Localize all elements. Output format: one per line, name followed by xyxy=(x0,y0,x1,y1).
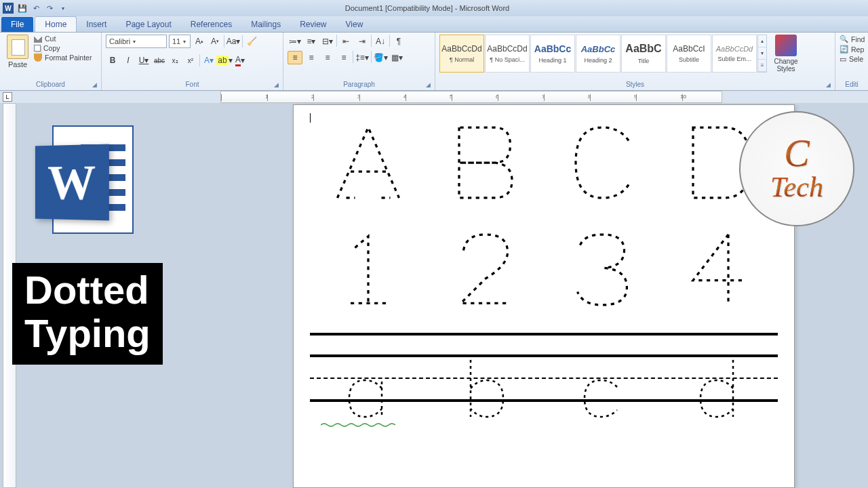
bold-button[interactable]: B xyxy=(106,54,119,67)
paste-icon xyxy=(7,35,28,59)
multilevel-button[interactable]: ⊟▾ xyxy=(320,35,335,48)
tab-view[interactable]: View xyxy=(336,17,373,32)
tab-selector[interactable]: L xyxy=(3,92,12,102)
style-subtle-emphasis[interactable]: AaBbCcDdSubtle Em... xyxy=(712,35,757,73)
change-case-button[interactable]: Aa▾ xyxy=(226,35,240,48)
select-icon: ▭ xyxy=(840,55,846,63)
styles-gallery: AaBbCcDd¶ Normal AaBbCcDd¶ No Spaci... A… xyxy=(439,35,767,73)
styles-scroll[interactable]: ▴▾≡ xyxy=(757,35,767,73)
clipboard-label: Clipboard xyxy=(36,81,65,88)
shrink-font-button[interactable]: A▾ xyxy=(208,35,222,48)
numbering-button[interactable]: ≡▾ xyxy=(304,35,319,48)
title-bar: W 💾 ↶ ↷ ▾ Document1 [Compatibility Mode]… xyxy=(0,0,868,16)
decrease-indent-button[interactable]: ⇤ xyxy=(338,35,353,48)
style-subtitle[interactable]: AaBbCcISubtitle xyxy=(667,35,711,73)
group-clipboard: Paste Cut Copy Format Painter Clipboard◢ xyxy=(0,33,102,90)
undo-icon[interactable]: ↶ xyxy=(31,3,41,13)
tab-home[interactable]: Home xyxy=(35,16,77,32)
group-editing: 🔍Find 🔄Rep ▭Sele Editi xyxy=(835,33,868,90)
cut-button[interactable]: Cut xyxy=(34,35,92,43)
ribbon: Paste Cut Copy Format Painter Clipboard◢… xyxy=(0,33,868,91)
ruler-row: L 1234567891011 xyxy=(0,91,868,103)
clear-formatting-button[interactable]: 🧹 xyxy=(245,35,258,48)
bullets-button[interactable]: ≔▾ xyxy=(288,35,302,48)
font-color-button[interactable]: A▾ xyxy=(233,54,247,67)
tab-page-layout[interactable]: Page Layout xyxy=(116,17,180,32)
dotted-letter-A xyxy=(324,119,412,219)
grow-font-button[interactable]: A▴ xyxy=(193,35,206,48)
strikethrough-button[interactable]: abc xyxy=(153,54,166,67)
dotted-numbers-row xyxy=(310,226,778,326)
align-right-button[interactable]: ≡ xyxy=(320,51,335,64)
dotted-number-1 xyxy=(324,226,412,326)
borders-button[interactable]: ▦▾ xyxy=(389,51,404,64)
handwriting-guidelines xyxy=(310,333,778,421)
replace-button[interactable]: 🔄Rep xyxy=(840,45,864,54)
line-spacing-button[interactable]: ‡≡▾ xyxy=(355,51,370,64)
ribbon-tabs: File Home Insert Page Layout References … xyxy=(0,16,868,33)
replace-icon: 🔄 xyxy=(840,45,848,54)
justify-button[interactable]: ≡ xyxy=(336,51,351,64)
clipboard-dialog-icon[interactable]: ◢ xyxy=(92,81,97,88)
font-size-combo[interactable]: 11▾ xyxy=(169,35,191,48)
redo-icon[interactable]: ↷ xyxy=(45,3,54,13)
tab-mailings[interactable]: Mailings xyxy=(241,17,290,32)
cut-icon xyxy=(34,35,42,43)
group-paragraph: ≔▾ ≡▾ ⊟▾ ⇤ ⇥ A↓ ¶ ≡ ≡ ≡ ≡ ‡≡▾ 🪣▾ ▦▾ xyxy=(283,33,435,90)
window-title: Document1 [Compatibility Mode] - Microso… xyxy=(68,4,787,12)
dotted-letter-d-lc xyxy=(682,354,757,421)
change-styles-button[interactable]: Change Styles xyxy=(770,35,802,73)
save-icon[interactable]: 💾 xyxy=(18,3,27,13)
styles-dialog-icon[interactable]: ◢ xyxy=(826,81,831,88)
font-label: Font xyxy=(185,81,199,88)
quick-access-toolbar: W 💾 ↶ ↷ ▾ xyxy=(0,3,68,14)
style-no-spacing[interactable]: AaBbCcDd¶ No Spaci... xyxy=(485,35,530,73)
increase-indent-button[interactable]: ⇥ xyxy=(355,35,370,48)
style-heading-2[interactable]: AaBbCcHeading 2 xyxy=(576,35,620,73)
copy-icon xyxy=(34,45,41,52)
highlight-button[interactable]: ab▾ xyxy=(218,54,231,67)
shading-button[interactable]: 🪣▾ xyxy=(373,51,388,64)
font-dialog-icon[interactable]: ◢ xyxy=(274,81,279,88)
text-cursor xyxy=(310,113,311,123)
font-name-combo[interactable]: Calibri▾ xyxy=(106,35,167,48)
word-app-icon[interactable]: W xyxy=(3,3,14,14)
dotted-letter-b-lc xyxy=(448,354,523,421)
paste-button[interactable]: Paste xyxy=(4,35,31,68)
show-hide-button[interactable]: ¶ xyxy=(391,35,406,48)
underline-button[interactable]: U▾ xyxy=(137,54,151,67)
group-font: Calibri▾ 11▾ A▴ A▾ Aa▾ 🧹 B I U▾ abc x₂ x… xyxy=(102,33,283,90)
text-effects-button[interactable]: A▾ xyxy=(202,54,216,67)
style-normal[interactable]: AaBbCcDd¶ Normal xyxy=(439,35,484,73)
dotted-letter-C xyxy=(558,119,646,219)
style-title[interactable]: AaBbCTitle xyxy=(621,35,666,73)
align-center-button[interactable]: ≡ xyxy=(304,51,319,64)
format-painter-button[interactable]: Format Painter xyxy=(34,54,92,62)
find-button[interactable]: 🔍Find xyxy=(840,35,865,43)
paragraph-dialog-icon[interactable]: ◢ xyxy=(426,81,431,88)
tab-review[interactable]: Review xyxy=(290,17,336,32)
dotted-letter-B xyxy=(441,119,530,219)
dotted-letters-row-1 xyxy=(310,119,778,219)
sort-button[interactable]: A↓ xyxy=(373,35,388,48)
dotted-letter-a-lc xyxy=(331,354,406,421)
tab-references[interactable]: References xyxy=(181,17,241,32)
select-button[interactable]: ▭Sele xyxy=(840,55,863,63)
dotted-letter-c-lc xyxy=(565,354,639,421)
document-page[interactable] xyxy=(293,104,795,488)
copy-button[interactable]: Copy xyxy=(34,44,92,52)
horizontal-ruler[interactable]: 1234567891011 xyxy=(220,91,722,103)
format-painter-icon xyxy=(34,54,42,62)
style-heading-1[interactable]: AaBbCcHeading 1 xyxy=(530,35,575,73)
superscript-button[interactable]: x² xyxy=(184,54,197,67)
italic-button[interactable]: I xyxy=(121,54,135,67)
overlay-word-logo: W xyxy=(22,115,164,244)
qat-dropdown-icon[interactable]: ▾ xyxy=(58,3,68,13)
subscript-button[interactable]: x₂ xyxy=(168,54,182,67)
tab-file[interactable]: File xyxy=(1,17,33,32)
dotted-number-4 xyxy=(675,226,764,326)
paragraph-label: Paragraph xyxy=(343,81,375,88)
overlay-ctech-logo: CTech xyxy=(739,111,854,226)
align-left-button[interactable]: ≡ xyxy=(288,51,302,64)
tab-insert[interactable]: Insert xyxy=(77,17,116,32)
